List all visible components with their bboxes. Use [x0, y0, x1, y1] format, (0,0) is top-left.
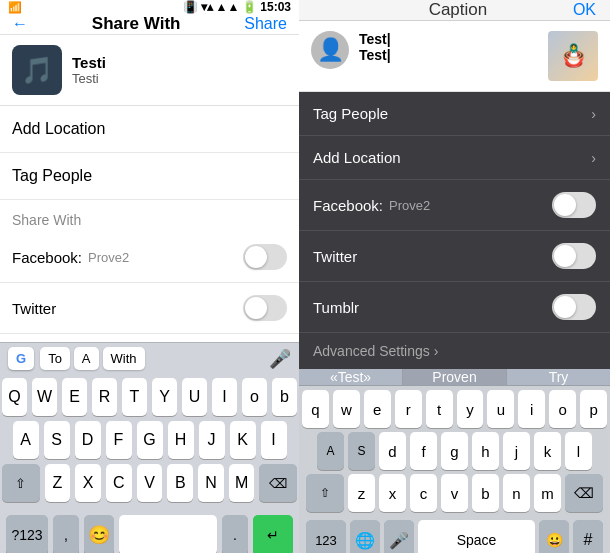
key-b[interactable]: b: [272, 378, 297, 416]
facebook-value: Prove2: [88, 250, 129, 265]
key-i[interactable]: I: [212, 378, 237, 416]
rkey-w[interactable]: w: [333, 390, 360, 428]
key-b2[interactable]: B: [167, 464, 193, 502]
key-s[interactable]: S: [44, 421, 70, 459]
key-v[interactable]: V: [137, 464, 163, 502]
key-shift[interactable]: ⇧: [2, 464, 40, 502]
rkey-123[interactable]: 123: [306, 520, 346, 553]
key-emoji[interactable]: 😊: [84, 515, 114, 553]
autocomplete-bar: «Test» Proven Try: [299, 369, 610, 386]
rkey-t[interactable]: t: [426, 390, 453, 428]
rkey-h[interactable]: h: [472, 432, 499, 470]
key-r[interactable]: R: [92, 378, 117, 416]
dark-twitter-toggle[interactable]: [552, 243, 596, 269]
rkey-q[interactable]: q: [302, 390, 329, 428]
key-c[interactable]: C: [106, 464, 132, 502]
key-w[interactable]: W: [32, 378, 57, 416]
key-enter[interactable]: ↵: [253, 515, 293, 553]
toolbar-to[interactable]: To: [40, 347, 70, 370]
rkey-e[interactable]: e: [364, 390, 391, 428]
key-comma[interactable]: ,: [53, 515, 79, 553]
ok-button[interactable]: OK: [573, 1, 596, 19]
rkey-k[interactable]: k: [534, 432, 561, 470]
key-x[interactable]: X: [75, 464, 101, 502]
user-info: Testi Testi: [72, 54, 106, 86]
key-z[interactable]: Z: [45, 464, 71, 502]
key-l-left[interactable]: I: [261, 421, 287, 459]
rkey-hash[interactable]: #: [573, 520, 603, 553]
key-a[interactable]: A: [13, 421, 39, 459]
rkey-l[interactable]: l: [565, 432, 592, 470]
dark-tumblr-toggle[interactable]: [552, 294, 596, 320]
key-k[interactable]: K: [230, 421, 256, 459]
key-g[interactable]: G: [137, 421, 163, 459]
keyboard-bottom-row: ?123 , 😊 . ↵: [0, 511, 299, 553]
rkey-i[interactable]: i: [518, 390, 545, 428]
rkey-r[interactable]: r: [395, 390, 422, 428]
rkey-globe[interactable]: 🌐: [350, 520, 380, 553]
rkey-d[interactable]: d: [379, 432, 406, 470]
rkey-m[interactable]: m: [534, 474, 561, 512]
tag-people-menu-item[interactable]: Tag People: [0, 153, 299, 200]
key-nums[interactable]: ?123: [6, 515, 48, 553]
key-n[interactable]: N: [198, 464, 224, 502]
key-y[interactable]: Y: [152, 378, 177, 416]
microphone-icon[interactable]: 🎤: [269, 348, 291, 370]
key-e[interactable]: E: [62, 378, 87, 416]
key-f[interactable]: F: [106, 421, 132, 459]
google-toolbar-btn[interactable]: G: [8, 347, 34, 370]
dark-tag-people-item[interactable]: Tag People ›: [299, 92, 610, 136]
caption-user-row: 👤 Test| Test| 🪆: [299, 21, 610, 92]
caption-thumbnail: 🪆: [548, 31, 598, 81]
back-button[interactable]: ←: [12, 15, 28, 33]
rkey-emoji[interactable]: 😀: [539, 520, 569, 553]
share-action-button[interactable]: Share: [244, 15, 287, 33]
twitter-toggle[interactable]: [243, 295, 287, 321]
key-j[interactable]: J: [199, 421, 225, 459]
rkey-z[interactable]: z: [348, 474, 375, 512]
rkey-u[interactable]: u: [487, 390, 514, 428]
facebook-toggle[interactable]: [243, 244, 287, 270]
key-space[interactable]: [119, 515, 217, 553]
key-q[interactable]: Q: [2, 378, 27, 416]
key-o-small[interactable]: o: [242, 378, 267, 416]
rkey-v[interactable]: v: [441, 474, 468, 512]
rkey-y[interactable]: y: [457, 390, 484, 428]
rkey-mic[interactable]: 🎤: [384, 520, 414, 553]
chevron-right-icon: ›: [591, 106, 596, 122]
add-location-menu-item[interactable]: Add Location: [0, 106, 299, 153]
toolbar-input-group: To A With: [40, 347, 263, 370]
dark-facebook-toggle[interactable]: [552, 192, 596, 218]
key-period[interactable]: .: [222, 515, 248, 553]
rkey-b[interactable]: b: [472, 474, 499, 512]
key-d[interactable]: D: [75, 421, 101, 459]
rkey-f[interactable]: f: [410, 432, 437, 470]
key-h[interactable]: H: [168, 421, 194, 459]
rkey-g[interactable]: g: [441, 432, 468, 470]
rkey-S[interactable]: S: [348, 432, 375, 470]
toolbar-with[interactable]: With: [103, 347, 145, 370]
rkey-backspace[interactable]: ⌫: [565, 474, 603, 512]
key-m[interactable]: M: [229, 464, 255, 502]
rkey-j[interactable]: j: [503, 432, 530, 470]
rkey-x[interactable]: x: [379, 474, 406, 512]
dark-add-location-item[interactable]: Add Location ›: [299, 136, 610, 180]
key-t[interactable]: T: [122, 378, 147, 416]
keyboard-left: Q W E R T Y U I o b A S D F G H J K I ⇧ …: [0, 374, 299, 511]
chevron-right-icon-3: ›: [434, 343, 439, 359]
autocomplete-item-3[interactable]: Try: [507, 369, 610, 385]
autocomplete-item-1[interactable]: «Test»: [299, 369, 403, 385]
dark-tumblr-row: Tumblr: [299, 282, 610, 333]
advanced-settings-row[interactable]: Advanced Settings ›: [299, 333, 610, 369]
rkey-shift[interactable]: ⇧: [306, 474, 344, 512]
rkey-o[interactable]: o: [549, 390, 576, 428]
key-backspace[interactable]: ⌫: [259, 464, 297, 502]
rkey-p[interactable]: p: [580, 390, 607, 428]
rkey-space[interactable]: Space: [418, 520, 535, 553]
rkey-A[interactable]: A: [317, 432, 344, 470]
key-u[interactable]: U: [182, 378, 207, 416]
rkey-c[interactable]: c: [410, 474, 437, 512]
autocomplete-item-2[interactable]: Proven: [403, 369, 507, 385]
toolbar-a[interactable]: A: [74, 347, 99, 370]
rkey-n[interactable]: n: [503, 474, 530, 512]
